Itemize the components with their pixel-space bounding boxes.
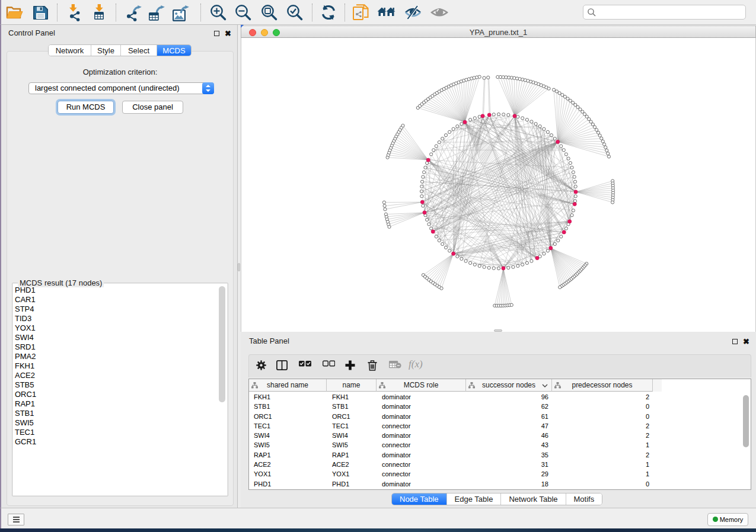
svg-text:f(x): f(x): [409, 358, 423, 370]
